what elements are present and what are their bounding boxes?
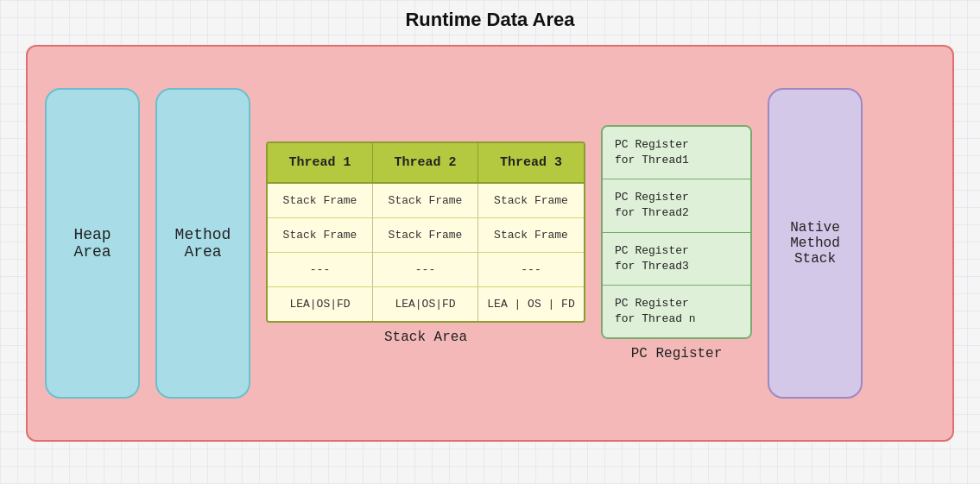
stack-cell-3-2: --- [373, 253, 478, 286]
method-area: MethodArea [155, 88, 250, 399]
heap-area-label: HeapArea [73, 226, 111, 261]
stack-cell-3-1: --- [268, 253, 373, 286]
stack-cell-4-3: LEA | OS | FD [478, 287, 584, 321]
stack-row-2: Stack Frame Stack Frame Stack Frame [268, 218, 584, 253]
method-area-label: MethodArea [175, 226, 231, 261]
stack-cell-1-1: Stack Frame [268, 184, 373, 217]
pc-register-box: PC Registerfor Thread1 PC Registerfor Th… [601, 125, 752, 340]
stack-cell-1-3: Stack Frame [478, 184, 584, 217]
native-method-stack: NativeMethodStack [768, 88, 863, 399]
stack-header-thread2: Thread 2 [373, 143, 478, 182]
heap-area: HeapArea [45, 88, 140, 399]
stack-cell-3-3: --- [478, 253, 584, 286]
stack-cell-2-3: Stack Frame [478, 218, 584, 252]
native-method-label: NativeMethodStack [790, 220, 840, 267]
stack-row-4: LEA|OS|FD LEA|OS|FD LEA | OS | FD [268, 287, 584, 321]
stack-cell-1-2: Stack Frame [373, 184, 478, 217]
stack-row-3: --- --- --- [268, 253, 584, 287]
stack-cell-2-2: Stack Frame [373, 218, 478, 252]
pc-register-wrapper: PC Registerfor Thread1 PC Registerfor Th… [601, 125, 752, 362]
stack-area-wrapper: Thread 1 Thread 2 Thread 3 Stack Frame S… [266, 141, 585, 345]
stack-header-row: Thread 1 Thread 2 Thread 3 [268, 143, 584, 184]
stack-cell-2-1: Stack Frame [268, 218, 373, 252]
outer-container: HeapArea MethodArea Thread 1 Thread 2 Th… [26, 45, 954, 442]
pc-register-item-3: PC Registerfor Thread3 [603, 233, 750, 286]
page-title: Runtime Data Area [405, 9, 574, 31]
stack-row-1: Stack Frame Stack Frame Stack Frame [268, 184, 584, 218]
stack-header-thread3: Thread 3 [478, 143, 584, 182]
page-wrapper: Runtime Data Area HeapArea MethodArea Th… [0, 0, 980, 484]
stack-area-label: Stack Area [384, 330, 467, 345]
stack-cell-4-1: LEA|OS|FD [268, 287, 373, 321]
stack-cell-4-2: LEA|OS|FD [373, 287, 478, 321]
stack-header-thread1: Thread 1 [268, 143, 373, 182]
pc-register-item-2: PC Registerfor Thread2 [603, 179, 750, 232]
stack-area-table: Thread 1 Thread 2 Thread 3 Stack Frame S… [266, 141, 585, 323]
pc-register-item-1: PC Registerfor Thread1 [603, 127, 750, 179]
pc-register-item-4: PC Registerfor Thread n [603, 286, 750, 337]
pc-register-label: PC Register [631, 346, 723, 361]
